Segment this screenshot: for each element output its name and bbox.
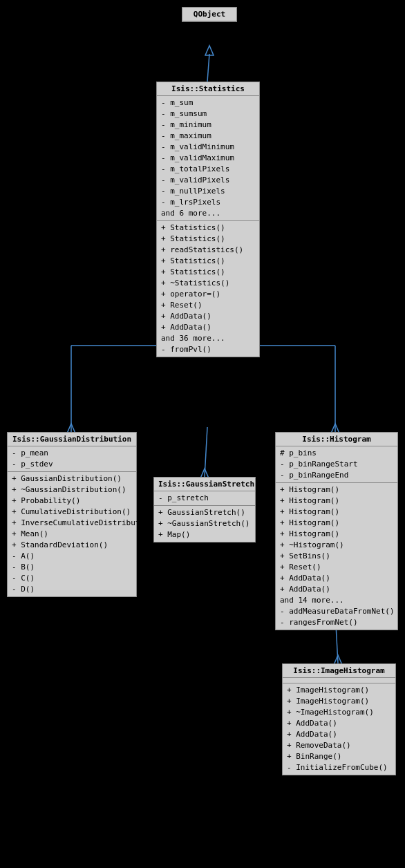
ih-method-3: + AddData() — [285, 718, 393, 729]
stat-attr-1: - m_sumsum — [160, 108, 256, 120]
svg-line-5 — [205, 427, 207, 477]
gaussian-distribution-box: Isis::GaussianDistribution - p_mean - p_… — [7, 432, 137, 597]
ih-method-6: + BinRange() — [285, 751, 393, 762]
gd-method-9: - C() — [10, 573, 133, 584]
gd-attr-1: - p_stdev — [10, 459, 133, 470]
ih-method-7: - InitializeFromCube() — [285, 762, 393, 773]
gaussian-distribution-methods: + GaussianDistribution() + ~GaussianDist… — [8, 472, 136, 596]
gaussian-distribution-title: Isis::GaussianDistribution — [8, 433, 136, 446]
ih-method-2: + ~ImageHistogram() — [285, 707, 393, 718]
image-histogram-box: Isis::ImageHistogram + ImageHistogram() … — [282, 663, 396, 775]
stat-method-11: - fromPvl() — [160, 344, 256, 355]
gd-method-5: + Mean() — [10, 529, 133, 540]
gs-attr-0: - p_stretch — [157, 493, 252, 504]
hist-method-1: + Histogram() — [279, 496, 395, 507]
stat-attr-0: - m_sum — [160, 97, 256, 108]
gd-attr-0: - p_mean — [10, 448, 133, 459]
hist-method-8: + AddData() — [279, 573, 395, 584]
gd-method-1: + ~GaussianDistribution() — [10, 484, 133, 496]
stat-method-8: + AddData() — [160, 311, 256, 322]
stat-method-4: + Statistics() — [160, 267, 256, 278]
stat-attr-7: - m_validPixels — [160, 175, 256, 186]
ih-method-4: + AddData() — [285, 729, 393, 740]
hist-method-2: + Histogram() — [279, 507, 395, 518]
svg-marker-1 — [205, 46, 214, 55]
hist-method-0: + Histogram() — [279, 484, 395, 496]
stat-attr-9: - m_lrsPixels — [160, 197, 256, 208]
gaussian-stretch-box: Isis::GaussianStretch - p_stretch + Gaus… — [153, 477, 256, 542]
image-histogram-title: Isis::ImageHistogram — [283, 664, 395, 678]
statistics-methods: + Statistics() + Statistics() + readStat… — [157, 221, 259, 357]
stat-method-5: + ~Statistics() — [160, 278, 256, 289]
qobject-title: QObject — [182, 8, 236, 21]
gaussian-stretch-attributes: - p_stretch — [154, 491, 255, 506]
statistics-box: Isis::Statistics - m_sum - m_sumsum - m_… — [156, 82, 260, 357]
hist-method-12: - rangesFromNet() — [279, 617, 395, 628]
stat-method-7: + Reset() — [160, 300, 256, 311]
stat-attr-8: - m_nullPixels — [160, 186, 256, 197]
gd-method-8: - B() — [10, 562, 133, 573]
stat-attr-5: - m_validMaximum — [160, 153, 256, 164]
histogram-attributes: # p_bins - p_binRangeStart - p_binRangeE… — [276, 446, 397, 483]
histogram-title: Isis::Histogram — [276, 433, 397, 446]
hist-method-5: + ~Histogram() — [279, 540, 395, 551]
hist-method-11: - addMeasureDataFromNet() — [279, 606, 395, 617]
gs-method-0: + GaussianStretch() — [157, 507, 252, 518]
gs-method-2: + Map() — [157, 529, 252, 540]
stat-attr-6: - m_totalPixels — [160, 164, 256, 175]
stat-attr-4: - m_validMinimum — [160, 142, 256, 153]
diagram-container: QObject Isis::Statistics - m_sum - m_sum… — [0, 0, 405, 868]
hist-method-7: + Reset() — [279, 562, 395, 573]
hist-attr-2: - p_binRangeEnd — [279, 470, 395, 481]
gd-method-0: + GaussianDistribution() — [10, 473, 133, 484]
hist-attr-1: - p_binRangeStart — [279, 459, 395, 470]
stat-method-2: + readStatistics() — [160, 245, 256, 256]
gd-method-6: + StandardDeviation() — [10, 540, 133, 551]
gaussian-distribution-attributes: - p_mean - p_stdev — [8, 446, 136, 472]
gd-method-7: - A() — [10, 551, 133, 562]
stat-attr-2: - m_minimum — [160, 120, 256, 131]
stat-method-3: + Statistics() — [160, 256, 256, 267]
ih-method-1: + ImageHistogram() — [285, 696, 393, 707]
qobject-box: QObject — [182, 7, 237, 22]
gd-method-4: + InverseCumulativeDistribution() — [10, 518, 133, 529]
stat-method-1: + Statistics() — [160, 234, 256, 245]
hist-method-3: + Histogram() — [279, 518, 395, 529]
hist-method-9: + AddData() — [279, 584, 395, 595]
hist-method-6: + SetBins() — [279, 551, 395, 562]
ih-method-5: + RemoveData() — [285, 740, 393, 751]
gd-method-2: + Probability() — [10, 496, 133, 507]
image-histogram-empty — [283, 678, 395, 683]
stat-method-6: + operator=() — [160, 289, 256, 300]
ih-method-0: + ImageHistogram() — [285, 685, 393, 696]
svg-line-0 — [207, 54, 209, 82]
gaussian-stretch-title: Isis::GaussianStretch — [154, 478, 255, 491]
histogram-box: Isis::Histogram # p_bins - p_binRangeSta… — [275, 432, 398, 630]
stat-attr-10: and 6 more... — [160, 208, 256, 219]
histogram-methods: + Histogram() + Histogram() + Histogram(… — [276, 483, 397, 630]
gaussian-stretch-methods: + GaussianStretch() + ~GaussianStretch()… — [154, 506, 255, 542]
stat-method-10: and 36 more... — [160, 333, 256, 344]
stat-method-0: + Statistics() — [160, 223, 256, 234]
gs-method-1: + ~GaussianStretch() — [157, 518, 252, 529]
hist-method-4: + Histogram() — [279, 529, 395, 540]
hist-method-10: and 14 more... — [279, 595, 395, 606]
statistics-attributes: - m_sum - m_sumsum - m_minimum - m_maxim… — [157, 96, 259, 221]
image-histogram-methods: + ImageHistogram() + ImageHistogram() + … — [283, 683, 395, 775]
stat-method-9: + AddData() — [160, 322, 256, 333]
gd-method-10: - D() — [10, 584, 133, 595]
gd-method-3: + CumulativeDistribution() — [10, 507, 133, 518]
hist-attr-0: # p_bins — [279, 448, 395, 459]
stat-attr-3: - m_maximum — [160, 131, 256, 142]
statistics-title: Isis::Statistics — [157, 82, 259, 96]
